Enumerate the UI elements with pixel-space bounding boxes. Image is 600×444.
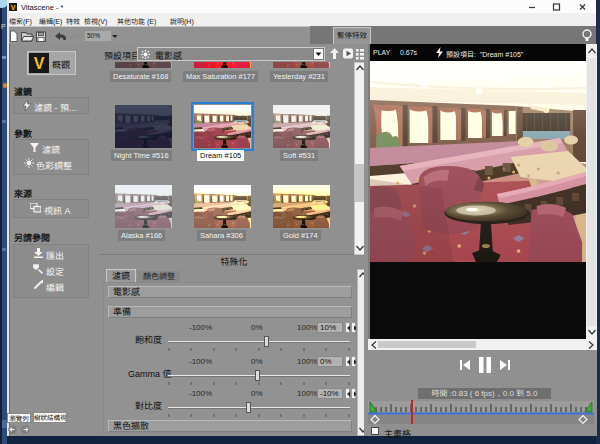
svg-text:V: V (11, 4, 16, 11)
svg-text:V: V (34, 55, 45, 72)
